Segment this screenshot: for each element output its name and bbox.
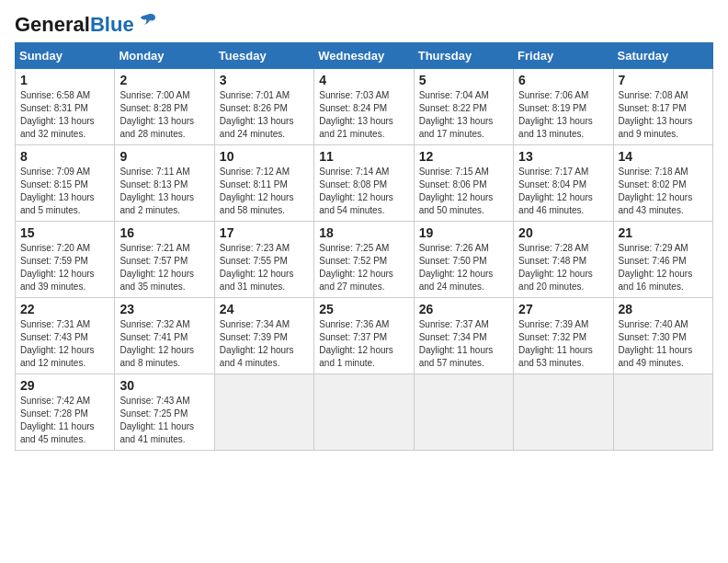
day-number: 14 xyxy=(619,149,708,164)
col-header-monday: Monday xyxy=(115,43,214,69)
calendar-cell: 2Sunrise: 7:00 AMSunset: 8:28 PMDaylight… xyxy=(115,69,214,145)
header-row: SundayMondayTuesdayWednesdayThursdayFrid… xyxy=(16,43,713,69)
day-number: 27 xyxy=(518,302,608,316)
day-number: 30 xyxy=(119,378,209,393)
col-header-tuesday: Tuesday xyxy=(214,43,313,69)
calendar-cell: 11Sunrise: 7:14 AMSunset: 8:08 PMDayligh… xyxy=(314,145,414,222)
cell-details: Sunrise: 7:21 AMSunset: 7:57 PMDaylight:… xyxy=(119,242,209,293)
cell-details: Sunrise: 7:15 AMSunset: 8:06 PMDaylight:… xyxy=(419,166,508,217)
day-number: 29 xyxy=(20,378,109,393)
day-number: 22 xyxy=(20,302,109,316)
day-number: 10 xyxy=(220,149,309,164)
day-number: 17 xyxy=(220,225,309,240)
day-number: 18 xyxy=(319,225,408,240)
week-row-2: 8Sunrise: 7:09 AMSunset: 8:15 PMDaylight… xyxy=(16,145,713,222)
calendar-cell: 23Sunrise: 7:32 AMSunset: 7:41 PMDayligh… xyxy=(115,298,214,374)
cell-details: Sunrise: 7:01 AMSunset: 8:26 PMDaylight:… xyxy=(220,89,309,141)
calendar-cell: 8Sunrise: 7:09 AMSunset: 8:15 PMDaylight… xyxy=(16,145,115,222)
calendar-cell: 10Sunrise: 7:12 AMSunset: 8:11 PMDayligh… xyxy=(214,145,313,222)
calendar-cell: 29Sunrise: 7:42 AMSunset: 7:28 PMDayligh… xyxy=(16,374,115,451)
day-number: 7 xyxy=(619,73,708,87)
logo: GeneralBlue xyxy=(15,15,157,35)
logo-text: GeneralBlue xyxy=(15,15,134,35)
cell-details: Sunrise: 7:34 AMSunset: 7:39 PMDaylight:… xyxy=(220,318,309,370)
day-number: 6 xyxy=(518,73,608,87)
col-header-saturday: Saturday xyxy=(613,43,712,69)
cell-details: Sunrise: 7:17 AMSunset: 8:04 PMDaylight:… xyxy=(518,166,608,217)
bird-icon xyxy=(137,11,157,31)
cell-details: Sunrise: 7:28 AMSunset: 7:48 PMDaylight:… xyxy=(518,242,608,293)
calendar-cell: 17Sunrise: 7:23 AMSunset: 7:55 PMDayligh… xyxy=(214,222,313,298)
calendar-cell: 24Sunrise: 7:34 AMSunset: 7:39 PMDayligh… xyxy=(214,298,313,374)
day-number: 5 xyxy=(419,73,508,87)
day-number: 24 xyxy=(220,302,309,316)
calendar-cell: 25Sunrise: 7:36 AMSunset: 7:37 PMDayligh… xyxy=(314,298,414,374)
calendar-cell: 14Sunrise: 7:18 AMSunset: 8:02 PMDayligh… xyxy=(613,145,712,222)
day-number: 21 xyxy=(619,225,708,240)
calendar-cell: 27Sunrise: 7:39 AMSunset: 7:32 PMDayligh… xyxy=(514,298,613,374)
day-number: 9 xyxy=(119,149,209,164)
calendar-cell: 3Sunrise: 7:01 AMSunset: 8:26 PMDaylight… xyxy=(214,69,313,145)
calendar-cell xyxy=(214,374,313,451)
calendar-cell: 1Sunrise: 6:58 AMSunset: 8:31 PMDaylight… xyxy=(16,69,115,145)
day-number: 12 xyxy=(419,149,508,164)
col-header-friday: Friday xyxy=(514,43,613,69)
calendar-cell: 18Sunrise: 7:25 AMSunset: 7:52 PMDayligh… xyxy=(314,222,414,298)
calendar-cell: 9Sunrise: 7:11 AMSunset: 8:13 PMDaylight… xyxy=(115,145,214,222)
calendar-cell: 13Sunrise: 7:17 AMSunset: 8:04 PMDayligh… xyxy=(514,145,613,222)
cell-details: Sunrise: 7:42 AMSunset: 7:28 PMDaylight:… xyxy=(20,395,109,446)
cell-details: Sunrise: 6:58 AMSunset: 8:31 PMDaylight:… xyxy=(20,89,109,141)
day-number: 25 xyxy=(319,302,408,316)
cell-details: Sunrise: 7:08 AMSunset: 8:17 PMDaylight:… xyxy=(619,89,708,141)
calendar-cell: 19Sunrise: 7:26 AMSunset: 7:50 PMDayligh… xyxy=(414,222,513,298)
calendar-table: SundayMondayTuesdayWednesdayThursdayFrid… xyxy=(15,42,713,451)
calendar-cell: 20Sunrise: 7:28 AMSunset: 7:48 PMDayligh… xyxy=(514,222,613,298)
day-number: 2 xyxy=(119,73,209,87)
cell-details: Sunrise: 7:29 AMSunset: 7:46 PMDaylight:… xyxy=(619,242,708,293)
day-number: 15 xyxy=(20,225,109,240)
cell-details: Sunrise: 7:36 AMSunset: 7:37 PMDaylight:… xyxy=(319,318,408,370)
week-row-5: 29Sunrise: 7:42 AMSunset: 7:28 PMDayligh… xyxy=(16,374,713,451)
calendar-cell xyxy=(514,374,613,451)
day-number: 3 xyxy=(220,73,309,87)
day-number: 26 xyxy=(419,302,508,316)
calendar-cell: 7Sunrise: 7:08 AMSunset: 8:17 PMDaylight… xyxy=(613,69,712,145)
day-number: 20 xyxy=(518,225,608,240)
day-number: 23 xyxy=(119,302,209,316)
cell-details: Sunrise: 7:40 AMSunset: 7:30 PMDaylight:… xyxy=(619,318,708,370)
logo-blue: Blue xyxy=(90,13,134,36)
cell-details: Sunrise: 7:09 AMSunset: 8:15 PMDaylight:… xyxy=(20,166,109,217)
day-number: 19 xyxy=(419,225,508,240)
day-number: 11 xyxy=(319,149,408,164)
calendar-cell: 5Sunrise: 7:04 AMSunset: 8:22 PMDaylight… xyxy=(414,69,513,145)
calendar-cell: 30Sunrise: 7:43 AMSunset: 7:25 PMDayligh… xyxy=(115,374,214,451)
calendar-cell xyxy=(613,374,712,451)
cell-details: Sunrise: 7:20 AMSunset: 7:59 PMDaylight:… xyxy=(20,242,109,293)
cell-details: Sunrise: 7:11 AMSunset: 8:13 PMDaylight:… xyxy=(119,166,209,217)
cell-details: Sunrise: 7:39 AMSunset: 7:32 PMDaylight:… xyxy=(518,318,608,370)
calendar-cell xyxy=(414,374,513,451)
cell-details: Sunrise: 7:14 AMSunset: 8:08 PMDaylight:… xyxy=(319,166,408,217)
day-number: 4 xyxy=(319,73,408,87)
calendar-cell: 4Sunrise: 7:03 AMSunset: 8:24 PMDaylight… xyxy=(314,69,414,145)
col-header-thursday: Thursday xyxy=(414,43,513,69)
cell-details: Sunrise: 7:23 AMSunset: 7:55 PMDaylight:… xyxy=(220,242,309,293)
week-row-1: 1Sunrise: 6:58 AMSunset: 8:31 PMDaylight… xyxy=(16,69,713,145)
cell-details: Sunrise: 7:26 AMSunset: 7:50 PMDaylight:… xyxy=(419,242,508,293)
calendar-cell: 26Sunrise: 7:37 AMSunset: 7:34 PMDayligh… xyxy=(414,298,513,374)
col-header-sunday: Sunday xyxy=(16,43,115,69)
day-number: 16 xyxy=(119,225,209,240)
cell-details: Sunrise: 7:37 AMSunset: 7:34 PMDaylight:… xyxy=(419,318,508,370)
cell-details: Sunrise: 7:25 AMSunset: 7:52 PMDaylight:… xyxy=(319,242,408,293)
calendar-cell: 28Sunrise: 7:40 AMSunset: 7:30 PMDayligh… xyxy=(613,298,712,374)
header: GeneralBlue xyxy=(15,15,713,35)
cell-details: Sunrise: 7:18 AMSunset: 8:02 PMDaylight:… xyxy=(619,166,708,217)
week-row-4: 22Sunrise: 7:31 AMSunset: 7:43 PMDayligh… xyxy=(16,298,713,374)
cell-details: Sunrise: 7:31 AMSunset: 7:43 PMDaylight:… xyxy=(20,318,109,370)
cell-details: Sunrise: 7:06 AMSunset: 8:19 PMDaylight:… xyxy=(518,89,608,141)
col-header-wednesday: Wednesday xyxy=(314,43,414,69)
calendar-cell: 22Sunrise: 7:31 AMSunset: 7:43 PMDayligh… xyxy=(16,298,115,374)
cell-details: Sunrise: 7:03 AMSunset: 8:24 PMDaylight:… xyxy=(319,89,408,141)
cell-details: Sunrise: 7:12 AMSunset: 8:11 PMDaylight:… xyxy=(220,166,309,217)
cell-details: Sunrise: 7:32 AMSunset: 7:41 PMDaylight:… xyxy=(119,318,209,370)
